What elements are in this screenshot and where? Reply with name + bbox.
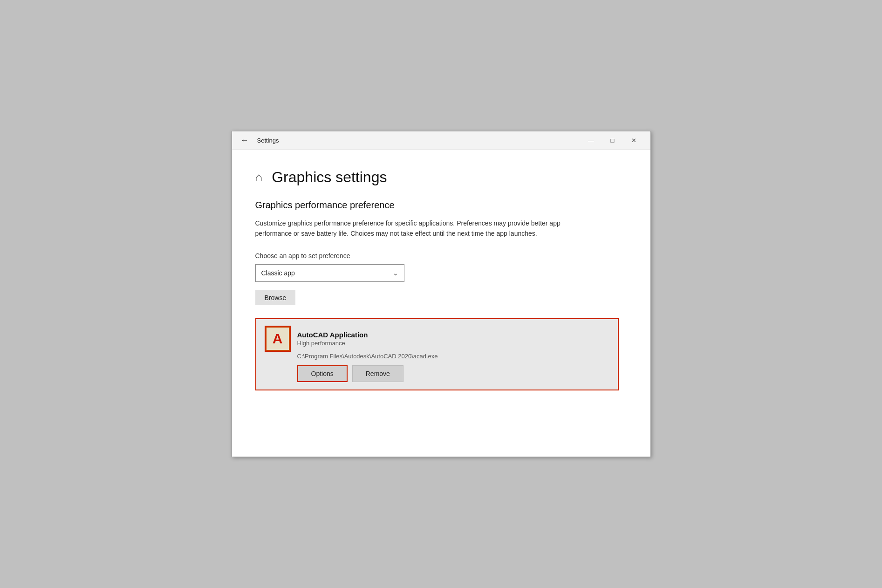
remove-button[interactable]: Remove [352,365,403,382]
app-name: AutoCAD Application [297,331,368,339]
description-text: Customize graphics performance preferenc… [255,218,581,239]
page-header: ⌂ Graphics settings [255,169,627,186]
choose-label: Choose an app to set preference [255,252,627,260]
app-icon: A [266,327,290,351]
home-icon: ⌂ [255,170,263,185]
content-area: ⌂ Graphics settings Graphics performance… [232,150,650,457]
app-info: AutoCAD Application High performance [297,331,368,347]
titlebar-title: Settings [257,137,279,144]
close-button[interactable]: ✕ [623,134,645,148]
app-type-dropdown[interactable]: Classic app ⌄ [255,264,404,282]
settings-window: ← Settings — □ ✕ ⌂ Graphics settings Gra… [232,131,651,457]
back-button[interactable]: ← [238,134,252,147]
app-action-buttons: Options Remove [297,365,609,382]
chevron-down-icon: ⌄ [393,269,398,277]
section-title: Graphics performance preference [255,200,627,211]
app-type-dropdown-wrapper: Classic app ⌄ [255,264,627,282]
app-path: C:\Program Files\Autodesk\AutoCAD 2020\a… [297,353,609,360]
browse-button[interactable]: Browse [255,290,296,305]
maximize-button[interactable]: □ [602,134,623,148]
app-performance: High performance [297,340,368,347]
app-icon-letter: A [273,331,283,347]
app-list: A AutoCAD Application High performance C… [255,318,619,390]
titlebar: ← Settings — □ ✕ [232,131,650,150]
page-title: Graphics settings [272,169,387,186]
app-item-top: A AutoCAD Application High performance [266,327,609,351]
minimize-button[interactable]: — [581,134,602,148]
app-list-item: A AutoCAD Application High performance C… [255,318,619,390]
titlebar-controls: — □ ✕ [581,134,645,148]
dropdown-value: Classic app [261,269,295,277]
titlebar-left: ← Settings [238,134,279,147]
options-button[interactable]: Options [297,365,348,382]
